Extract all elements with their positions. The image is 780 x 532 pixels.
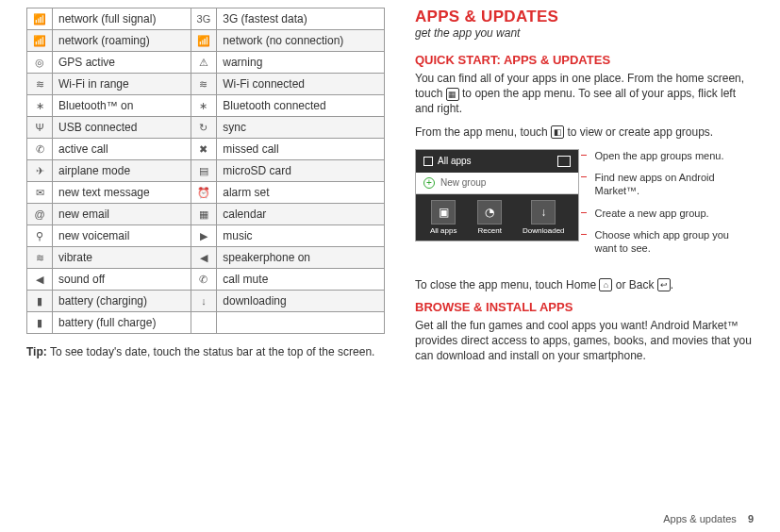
status-label: Bluetooth™ on xyxy=(53,95,191,117)
status-label: Bluetooth connected xyxy=(217,95,385,117)
section-subtitle: get the app you want xyxy=(415,26,754,40)
new-group-label: New group xyxy=(440,177,486,188)
all-apps-dropdown-icon xyxy=(423,157,433,166)
status-icon: ≋ xyxy=(36,252,44,263)
home-icon: ⌂ xyxy=(599,278,612,291)
status-label: active call xyxy=(53,139,191,160)
status-icon: Ψ xyxy=(35,122,43,133)
callout-list: Open the app groups menu. Find new apps … xyxy=(587,149,754,264)
footer-page: 9 xyxy=(748,513,754,524)
new-group-plus-icon: + xyxy=(423,177,435,189)
status-label: USB connected xyxy=(53,117,191,139)
status-label: alarm set xyxy=(217,182,385,204)
tip-paragraph: Tip: To see today's date, touch the stat… xyxy=(26,345,385,360)
close-menu-p: To close the app menu, touch Home ⌂ or B… xyxy=(415,277,754,292)
all-apps-icon: ▣ xyxy=(431,200,456,224)
status-icon: ▶ xyxy=(200,230,207,241)
status-icon: ∗ xyxy=(36,100,44,111)
callout-1: Open the app groups menu. xyxy=(587,149,754,162)
phone-screenshot: All apps + New group ▣All apps ◔Recent ↓… xyxy=(415,149,579,241)
status-icon: ⏰ xyxy=(197,187,210,198)
status-icon: 📶 xyxy=(197,35,210,46)
status-label: speakerphone on xyxy=(217,247,385,269)
status-icon: ▮ xyxy=(37,317,42,328)
app-menu-icon: ▦ xyxy=(446,88,459,101)
quickstart-heading: Quick start: Apps & updates xyxy=(415,53,754,67)
status-label: new email xyxy=(53,204,191,225)
status-icon: ≋ xyxy=(199,78,207,90)
footer-section: Apps & updates xyxy=(663,513,737,524)
recent-icon: ◔ xyxy=(477,200,502,224)
status-label: new voicemail xyxy=(53,225,191,247)
status-label: sound off xyxy=(53,269,191,291)
status-label: network (full signal) xyxy=(53,8,191,30)
browse-p: Get all the fun games and cool apps you … xyxy=(415,318,754,364)
page-footer: Apps & updates9 xyxy=(663,513,754,524)
status-label: Wi-Fi connected xyxy=(217,74,385,95)
phone-title: All apps xyxy=(438,156,472,166)
status-icons-table: 📶network (full signal)3G3G (fastest data… xyxy=(26,8,385,334)
status-label: vibrate xyxy=(53,247,191,269)
status-label: warning xyxy=(217,52,385,74)
market-shop-icon xyxy=(557,156,571,167)
status-icon: ≋ xyxy=(36,78,44,90)
status-label: call mute xyxy=(217,269,385,291)
groups-icon: ◧ xyxy=(551,125,564,139)
callout-4: Choose which app group you want to see. xyxy=(587,228,754,256)
status-icon: ↓ xyxy=(201,295,207,307)
status-icon: 3G xyxy=(197,13,211,25)
status-icon: 📶 xyxy=(33,13,46,25)
status-icon: ✖ xyxy=(199,143,207,155)
status-label xyxy=(217,312,385,334)
status-label: new text message xyxy=(53,182,191,204)
status-label: downloading xyxy=(217,291,385,312)
callout-2: Find new apps on Android Market™. xyxy=(587,171,754,198)
status-label: calendar xyxy=(217,204,385,225)
status-label: network (roaming) xyxy=(53,30,191,52)
status-icon: ✉ xyxy=(36,187,44,198)
status-label: missed call xyxy=(217,139,385,160)
status-label: GPS active xyxy=(53,52,191,74)
downloaded-icon: ↓ xyxy=(531,200,556,224)
status-icon: ▤ xyxy=(199,165,208,176)
status-icon: ✆ xyxy=(36,143,44,155)
status-label: microSD card xyxy=(217,160,385,182)
status-icon: ✆ xyxy=(199,274,207,285)
status-icon: ◀ xyxy=(200,252,207,263)
status-label: battery (charging) xyxy=(53,291,191,312)
status-label: battery (full charge) xyxy=(53,312,191,334)
status-label: Wi-Fi in range xyxy=(53,74,191,95)
status-icon: ↻ xyxy=(199,122,207,133)
section-title: APPS & UPDATES xyxy=(415,8,754,26)
status-icon: 📶 xyxy=(33,35,46,46)
status-icon: @ xyxy=(34,208,44,220)
status-label: airplane mode xyxy=(53,160,191,182)
status-icon: ⚲ xyxy=(36,230,43,241)
tip-label: Tip: xyxy=(26,345,47,358)
tab-downloaded: ↓Downloaded xyxy=(523,200,564,235)
quickstart-p2: From the app menu, touch ◧ to view or cr… xyxy=(415,125,754,140)
tab-all-apps: ▣All apps xyxy=(430,200,456,235)
status-icon: ✈ xyxy=(36,165,44,176)
callout-3: Create a new app group. xyxy=(587,207,754,220)
browse-heading: Browse & install apps xyxy=(415,300,754,314)
status-icon: ▮ xyxy=(37,295,42,307)
status-icon: ◎ xyxy=(35,57,44,68)
tip-text: To see today's date, touch the status ba… xyxy=(47,345,375,358)
status-label: sync xyxy=(217,117,385,139)
status-label: 3G (fastest data) xyxy=(217,8,385,30)
status-label: music xyxy=(217,225,385,247)
status-label: network (no connection) xyxy=(217,30,385,52)
status-icon: ▦ xyxy=(199,208,208,220)
tab-recent: ◔Recent xyxy=(477,200,502,235)
status-icon: ∗ xyxy=(199,100,207,111)
status-icon: ◀ xyxy=(36,274,43,285)
quickstart-p1: You can find all of your apps in one pla… xyxy=(415,71,754,117)
back-icon: ↩ xyxy=(657,278,671,291)
status-icon: ⚠ xyxy=(199,57,208,68)
